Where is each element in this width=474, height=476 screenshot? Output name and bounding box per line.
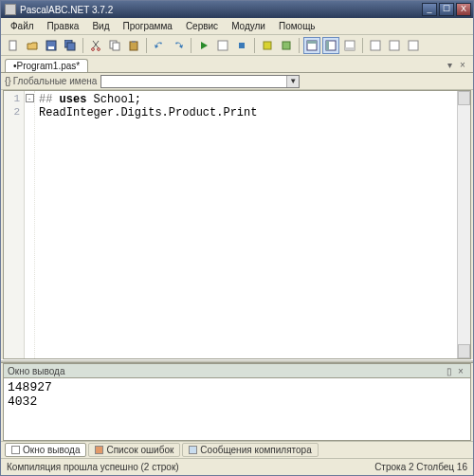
panel-close-icon[interactable]: ×	[455, 366, 466, 376]
tb-saveall[interactable]	[62, 37, 79, 54]
menu-service[interactable]: Сервис	[180, 20, 224, 32]
minimize-button[interactable]: _	[422, 3, 437, 16]
tb-sep-5	[299, 38, 300, 53]
square-icon	[189, 446, 197, 454]
svg-rect-21	[371, 41, 380, 50]
toolbar	[1, 35, 473, 56]
svg-rect-11	[218, 41, 228, 50]
status-cursor: Строка 2 Столбец 16	[374, 462, 467, 472]
svg-rect-10	[132, 41, 136, 43]
tb-save[interactable]	[43, 37, 60, 54]
braces-icon: {}	[5, 76, 11, 86]
output-panel-title: Окно вывода	[8, 366, 64, 376]
tb-layout-2[interactable]	[322, 37, 339, 54]
tab-close-icon[interactable]: ×	[456, 59, 469, 72]
tb-sep-1	[82, 38, 83, 53]
tb-sep-4	[254, 38, 255, 53]
square-icon	[11, 446, 20, 454]
code-area[interactable]: ## uses School; ReadInteger.Digits.Produ…	[35, 91, 457, 358]
svg-rect-13	[264, 42, 271, 49]
svg-rect-8	[113, 43, 119, 50]
tb-compile[interactable]	[259, 37, 276, 54]
window-buttons: _ ☐ X	[422, 3, 471, 16]
menu-help[interactable]: Помощь	[273, 20, 321, 32]
square-icon	[95, 446, 103, 454]
svg-rect-20	[345, 47, 355, 50]
editor-vscrollbar[interactable]	[457, 91, 470, 358]
tb-sep-3	[191, 38, 191, 53]
scope-label: {} Глобальные имена	[5, 76, 97, 86]
tab-label: Список ошибок	[106, 445, 173, 455]
svg-rect-18	[326, 41, 329, 50]
tb-sep-2	[146, 38, 147, 53]
tb-redo[interactable]	[170, 37, 187, 54]
scope-combo[interactable]: ▼	[100, 75, 300, 88]
tb-layout-1[interactable]	[303, 37, 320, 54]
svg-point-6	[98, 47, 100, 50]
tb-sep-6	[362, 38, 363, 53]
output-panel-header: Окно вывода ▯ ×	[3, 363, 471, 378]
tb-layout-3[interactable]	[341, 37, 358, 54]
tb-tool-a[interactable]	[367, 37, 384, 54]
tab-output[interactable]: Окно вывода	[5, 443, 86, 457]
tb-step[interactable]	[233, 37, 250, 54]
menubar: Файл Правка Вид Программа Сервис Модули …	[1, 18, 473, 35]
tb-stop[interactable]	[214, 37, 231, 54]
menu-program[interactable]: Программа	[117, 20, 177, 32]
statusbar: Компиляция прошла успешно (2 строк) Стро…	[1, 458, 473, 475]
svg-rect-14	[283, 42, 290, 49]
tb-paste[interactable]	[125, 37, 142, 54]
svg-point-5	[92, 47, 95, 50]
pin-icon[interactable]: ▯	[444, 366, 455, 376]
tb-tool-c[interactable]	[405, 37, 422, 54]
svg-rect-4	[67, 43, 75, 50]
tab-label: Сообщения компилятора	[200, 445, 311, 455]
maximize-button[interactable]: ☐	[439, 3, 454, 16]
menu-modules[interactable]: Модули	[226, 20, 271, 32]
tb-cut[interactable]	[87, 37, 104, 54]
code-text: ReadInteger.Digits.Product.Print	[39, 106, 257, 119]
close-button[interactable]: X	[456, 3, 471, 16]
tb-run[interactable]	[195, 37, 212, 54]
svg-rect-16	[307, 41, 317, 44]
tab-label: Окно вывода	[23, 445, 80, 455]
titlebar: PascalABC.NET 3.7.2 _ ☐ X	[1, 1, 473, 18]
bottom-tab-strip: Окно вывода Список ошибок Сообщения комп…	[1, 441, 473, 458]
status-compile: Компиляция прошла успешно (2 строк)	[7, 462, 179, 472]
code-text: School;	[86, 93, 141, 106]
svg-rect-0	[9, 41, 16, 50]
fold-toggle-icon[interactable]: -	[26, 94, 34, 102]
svg-rect-9	[130, 42, 137, 50]
line-number: 1	[4, 93, 20, 106]
menu-file[interactable]: Файл	[5, 20, 40, 32]
chevron-down-icon[interactable]: ▼	[286, 76, 299, 87]
fold-column: -	[25, 91, 35, 358]
tb-open[interactable]	[24, 37, 41, 54]
file-tab-strip: •Program1.pas* ▾ ×	[1, 56, 473, 73]
scope-bar: {} Глобальные имена ▼	[1, 73, 473, 90]
line-number: 2	[4, 106, 20, 119]
tb-new[interactable]	[5, 37, 22, 54]
output-panel[interactable]: 148927 4032	[3, 378, 471, 441]
svg-rect-23	[409, 41, 418, 50]
window-title: PascalABC.NET 3.7.2	[20, 5, 422, 15]
svg-rect-22	[390, 41, 399, 50]
tab-errors[interactable]: Список ошибок	[88, 443, 180, 457]
svg-rect-2	[48, 46, 54, 49]
tab-compiler-messages[interactable]: Сообщения компилятора	[182, 443, 318, 457]
file-tab-program1[interactable]: •Program1.pas*	[5, 59, 88, 72]
tb-build[interactable]	[278, 37, 295, 54]
menu-edit[interactable]: Правка	[42, 20, 85, 32]
tb-tool-b[interactable]	[386, 37, 403, 54]
menu-view[interactable]: Вид	[86, 20, 115, 32]
tab-dropdown-icon[interactable]: ▾	[443, 59, 456, 72]
tb-copy[interactable]	[106, 37, 123, 54]
line-gutter: 1 2	[4, 91, 25, 358]
app-icon	[5, 4, 16, 15]
code-editor[interactable]: 1 2 - ## uses School; ReadInteger.Digits…	[3, 90, 471, 359]
svg-rect-12	[239, 43, 245, 48]
scope-label-text: Глобальные имена	[13, 76, 98, 86]
code-text: ##	[39, 93, 60, 106]
code-keyword: uses	[60, 93, 87, 106]
tb-undo[interactable]	[151, 37, 168, 54]
